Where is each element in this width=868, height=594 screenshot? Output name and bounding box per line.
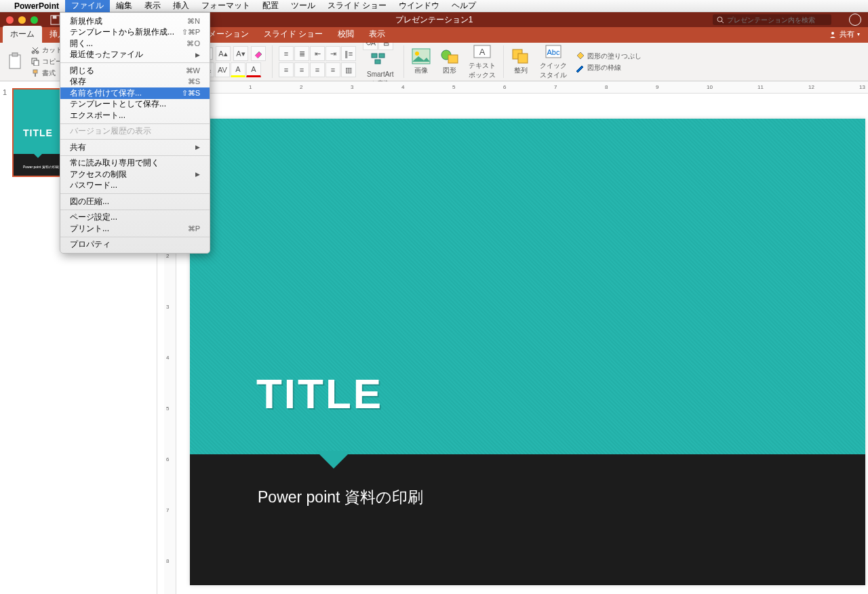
tab-slideshow[interactable]: スライド ショー <box>256 26 330 43</box>
menu-arrange[interactable]: 配置 <box>256 0 285 13</box>
line-spacing-button[interactable]: ‖≡ <box>341 46 356 61</box>
highlight-button[interactable]: A <box>231 62 245 77</box>
svg-rect-6 <box>12 53 18 56</box>
decrease-font-button[interactable]: A▾ <box>233 46 248 61</box>
svg-rect-11 <box>33 70 37 73</box>
menu-insert[interactable]: 挿入 <box>167 0 195 13</box>
picture-button[interactable]: 画像 <box>408 47 435 77</box>
menu-view[interactable]: 表示 <box>138 0 167 13</box>
tab-home[interactable]: ホーム <box>3 26 42 43</box>
paste-button[interactable] <box>4 51 27 73</box>
svg-text:Abc: Abc <box>547 48 560 56</box>
mac-menubar: PowerPoint ファイル 編集 表示 挿入 フォーマット 配置 ツール ス… <box>0 0 868 12</box>
search-box[interactable] <box>713 14 831 25</box>
menu-item[interactable]: アクセスの制限▶ <box>60 169 210 180</box>
scissors-icon <box>31 46 39 54</box>
svg-rect-1 <box>53 15 57 18</box>
menu-item[interactable]: 閉じる⌘W <box>60 65 210 77</box>
menu-slideshow[interactable]: スライド ショー <box>321 0 393 13</box>
cut-button[interactable]: カット <box>31 45 62 56</box>
feedback-icon[interactable] <box>849 14 861 26</box>
svg-rect-20 <box>448 55 458 63</box>
menu-item[interactable]: プロパティ <box>60 239 210 251</box>
copy-icon <box>31 58 39 66</box>
svg-rect-16 <box>375 60 380 64</box>
paste-icon <box>7 52 24 71</box>
svg-rect-24 <box>518 54 528 63</box>
arrange-button[interactable]: 整列 <box>507 47 534 77</box>
textbox-button[interactable]: A テキスト ボックス <box>465 42 500 81</box>
slide-subtitle[interactable]: Power point 資料の印刷 <box>258 487 423 508</box>
menu-item[interactable]: 新規作成⌘N <box>60 16 210 27</box>
minimize-icon[interactable] <box>18 16 26 24</box>
align-left-button[interactable]: ≡ <box>279 62 294 77</box>
shape-outline-button[interactable]: 図形の枠線 <box>575 62 642 73</box>
search-input[interactable] <box>727 16 827 24</box>
svg-text:A: A <box>479 47 486 57</box>
menu-item[interactable]: テンプレートから新規作成...⇧⌘P <box>60 27 210 39</box>
quick-styles-button[interactable]: Abc クイック スタイル <box>536 42 571 81</box>
shape-fill-button[interactable]: 図形の塗りつぶし <box>575 51 642 61</box>
menu-item[interactable]: 保存⌘S <box>60 77 210 88</box>
character-spacing-button[interactable]: AV <box>215 62 230 77</box>
format-painter-button[interactable]: 書式 <box>31 68 62 79</box>
menu-item[interactable]: プリント...⌘P <box>60 223 210 235</box>
clear-format-button[interactable] <box>251 46 266 61</box>
slide-canvas-area: 012345678910111213 10123456789 TITLE Pow… <box>157 81 868 594</box>
numbering-button[interactable]: ≣ <box>294 46 309 61</box>
maximize-icon[interactable] <box>31 16 38 24</box>
tab-review[interactable]: 校閲 <box>330 26 361 43</box>
decrease-indent-button[interactable]: ⇤ <box>310 46 325 61</box>
font-color-button[interactable]: A <box>246 62 261 77</box>
bucket-icon <box>575 52 585 61</box>
menu-tools[interactable]: ツール <box>285 0 321 13</box>
menu-item[interactable]: 開く...⌘O <box>60 38 210 50</box>
share-button[interactable]: 共有▾ <box>829 29 860 39</box>
slide-triangle <box>316 451 351 469</box>
menu-item[interactable]: ページ設定... <box>60 212 210 224</box>
eraser-icon <box>254 49 263 58</box>
menu-item[interactable]: 常に読み取り専用で開く <box>60 158 210 170</box>
slide-title[interactable]: TITLE <box>256 370 383 418</box>
align-right-button[interactable]: ≡ <box>310 62 325 77</box>
slide-canvas[interactable]: TITLE Power point 資料の印刷 <box>190 119 865 585</box>
document-title: プレゼンテーション1 <box>395 14 473 26</box>
slide-number: 1 <box>3 88 7 96</box>
align-center-button[interactable]: ≡ <box>294 62 309 77</box>
svg-point-2 <box>717 17 722 22</box>
copy-button[interactable]: コピー <box>31 57 62 67</box>
menu-file[interactable]: ファイル <box>65 0 110 13</box>
menu-item[interactable]: 名前を付けて保存...⇧⌘S <box>60 87 210 99</box>
menu-item[interactable]: パスワード... <box>60 180 210 192</box>
share-icon <box>829 31 837 39</box>
smartart-icon <box>371 53 390 69</box>
close-icon[interactable] <box>6 16 14 24</box>
menu-item[interactable]: エクスポート... <box>60 110 210 121</box>
svg-point-4 <box>831 32 834 35</box>
increase-font-button[interactable]: A▴ <box>216 46 231 61</box>
menu-item[interactable]: 最近使ったファイル▶ <box>60 50 210 61</box>
shapes-icon <box>440 48 459 64</box>
picture-icon <box>412 48 431 64</box>
bullets-button[interactable]: ≡ <box>279 46 294 61</box>
menu-edit[interactable]: 編集 <box>110 0 138 13</box>
menu-item: バージョン履歴の表示 <box>60 126 210 138</box>
shapes-button[interactable]: 図形 <box>436 47 463 77</box>
menu-app[interactable]: PowerPoint <box>8 0 65 12</box>
file-menu-dropdown: 新規作成⌘Nテンプレートから新規作成...⇧⌘P開く...⌘O最近使ったファイル… <box>60 12 210 254</box>
justify-button[interactable]: ≡ <box>326 62 340 77</box>
save-icon[interactable] <box>50 15 60 25</box>
menu-item[interactable]: 図の圧縮... <box>60 196 210 207</box>
menu-format[interactable]: フォーマット <box>195 0 256 13</box>
columns-button[interactable]: ▥ <box>341 62 356 77</box>
svg-point-18 <box>415 52 419 56</box>
menu-help[interactable]: ヘルプ <box>446 0 482 13</box>
horizontal-ruler: 012345678910111213 <box>176 81 868 94</box>
menu-window[interactable]: ウインドウ <box>393 0 446 13</box>
slide-black-bg <box>190 454 865 585</box>
tab-view[interactable]: 表示 <box>361 26 393 43</box>
svg-rect-12 <box>35 73 36 77</box>
menu-item[interactable]: テンプレートとして保存... <box>60 99 210 111</box>
menu-item[interactable]: 共有▶ <box>60 142 210 153</box>
increase-indent-button[interactable]: ⇥ <box>326 46 340 61</box>
